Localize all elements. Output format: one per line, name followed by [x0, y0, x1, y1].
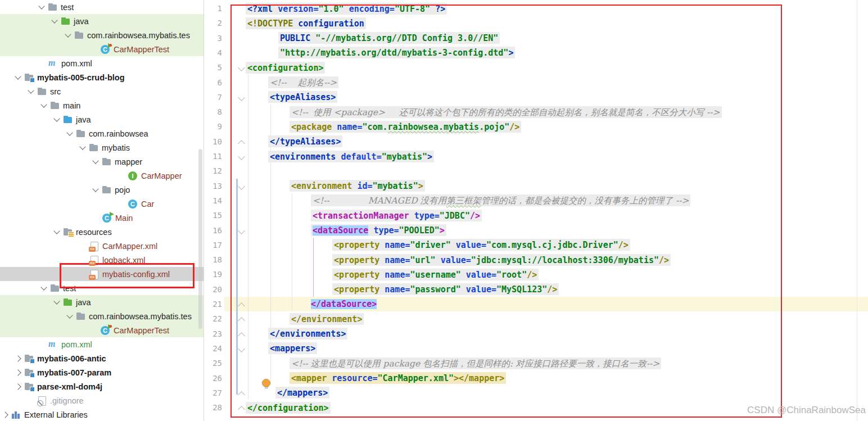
chevron-down-icon[interactable] — [53, 115, 60, 121]
tree-item-carmapper[interactable]: ICarMapper — [0, 169, 204, 183]
chevron-right-icon[interactable] — [15, 355, 21, 361]
tree-item-carmappertest[interactable]: CCarMapperTest — [0, 323, 204, 337]
fold-end-icon[interactable] — [238, 406, 245, 413]
code-line-10[interactable]: 10</typeAliases> — [204, 134, 868, 149]
chevron-down-icon[interactable] — [28, 87, 34, 93]
tree-scrollbar-thumb[interactable] — [198, 149, 202, 329]
chevron-down-icon[interactable] — [66, 129, 73, 135]
tree-item-src[interactable]: src — [0, 84, 204, 98]
code-line-6[interactable]: 6<!-- 起别名--> — [204, 75, 868, 90]
code-line-17[interactable]: 17<property name="driver" value="com.mys… — [204, 238, 868, 252]
code-line-3[interactable]: 3PUBLIC "-//mybatis.org//DTD Config 3.0/… — [204, 31, 868, 46]
tree-item-mapper[interactable]: mapper — [0, 155, 204, 169]
tree-item-com-rainbowsea-mybatis-tes[interactable]: com.rainbowsea.mybatis.tes — [0, 309, 204, 323]
line-number: 23 — [205, 327, 222, 341]
tree-item-mybatis-007-param[interactable]: mybatis-007-param — [0, 365, 204, 379]
code-line-27[interactable]: 27</mappers> — [204, 386, 868, 400]
tree-item-label: logback.xml — [102, 256, 146, 265]
code-line-1[interactable]: 1<?xml version="1.0" encoding="UTF-8" ?> — [204, 1, 868, 16]
code-line-23[interactable]: 23</environments> — [204, 327, 868, 341]
code-line-19[interactable]: 19<property name="username" value="root"… — [204, 267, 868, 282]
tree-item-label: mybatis-005-crud-blog — [37, 73, 125, 82]
tree-item-mybatis-006-antic[interactable]: mybatis-006-antic — [0, 351, 204, 365]
tree-item-java[interactable]: java — [0, 14, 204, 28]
tree-item-test[interactable]: test — [0, 0, 204, 14]
code-line-9[interactable]: 9<package name="com.rainbowsea.mybatis.p… — [204, 119, 868, 134]
chevron-down-icon[interactable] — [65, 31, 71, 37]
fold-expanded-icon[interactable] — [238, 153, 245, 160]
code-line-26[interactable]: 26<mapper resource="CarMapper.xml"></map… — [204, 371, 868, 386]
code-line-11[interactable]: 11<environments default="mybatis"> — [204, 149, 868, 164]
tree-item-mybatis-config-xml[interactable]: mybatis-config.xml — [0, 267, 204, 281]
tree-item-test[interactable]: test — [0, 281, 204, 295]
code-line-4[interactable]: 4"http://mybatis.org/dtd/mybatis-3-confi… — [204, 46, 868, 60]
chevron-right-icon[interactable] — [15, 369, 21, 375]
code-line-18[interactable]: 18<property name="url" value="jdbc:mysql… — [204, 252, 868, 267]
code-line-25[interactable]: 25<!-- 这里也是可以使用 package 包名扫描，但是同样的: 对应接口… — [204, 356, 868, 370]
line-number: 5 — [205, 60, 222, 75]
code-line-7[interactable]: 7<typeAliases> — [204, 90, 868, 105]
intention-bulb-icon[interactable] — [262, 379, 270, 387]
fold-end-icon[interactable] — [238, 391, 245, 399]
tree-item-resources[interactable]: resources — [0, 225, 204, 239]
chevron-right-icon[interactable] — [15, 383, 21, 390]
tree-item-label: CarMapperTest — [114, 45, 169, 54]
code-line-24[interactable]: 24<mappers> — [204, 341, 868, 356]
fold-end-icon[interactable] — [238, 317, 245, 324]
tree-item-pojo[interactable]: pojo — [0, 183, 204, 197]
tree-item-com-rainbowsea[interactable]: com.rainbowsea — [0, 126, 204, 141]
tree-item-mybatis-005-crud-blog[interactable]: mybatis-005-crud-blog — [0, 70, 204, 84]
chevron-down-icon[interactable] — [38, 3, 44, 9]
tree-item-java[interactable]: java — [0, 295, 204, 309]
code-line-14[interactable]: 14<!-- MANAGED 没有用第三框架管理的话，都是会被提交的，没有事务上… — [204, 193, 868, 208]
code-line-15[interactable]: 15<transactionManager type="JDBC"/> — [204, 208, 868, 223]
tree-item-main[interactable]: CMain — [0, 211, 204, 225]
fold-expanded-icon[interactable] — [238, 345, 245, 352]
chevron-right-icon[interactable] — [2, 411, 8, 418]
chevron-down-icon[interactable] — [66, 312, 73, 318]
chevron-down-icon[interactable] — [79, 143, 85, 150]
code-line-16[interactable]: 16<dataSource type="POOLED"> — [204, 223, 868, 238]
editor-panel[interactable]: 1<?xml version="1.0" encoding="UTF-8" ?>… — [204, 0, 868, 421]
fold-expanded-icon[interactable] — [238, 94, 245, 101]
fold-end-icon[interactable] — [238, 302, 245, 310]
fold-expanded-icon[interactable] — [238, 64, 245, 71]
tree-item--gitignore[interactable]: .gitignore — [0, 393, 204, 408]
fold-expanded-icon[interactable] — [238, 183, 245, 190]
code-line-20[interactable]: 20<property name="password" value="MySQL… — [204, 282, 868, 297]
folder-module-icon — [24, 382, 34, 391]
fold-expanded-icon[interactable] — [238, 227, 245, 234]
tree-item-carmapper-xml[interactable]: CarMapper.xml — [0, 239, 204, 253]
tree-item-carmappertest[interactable]: CCarMapperTest — [0, 42, 204, 56]
code-line-2[interactable]: 2<!DOCTYPE configuration — [204, 16, 868, 30]
tree-item-com-rainbowsea-mybatis-tes[interactable]: com.rainbowsea.mybatis.tes — [0, 28, 204, 42]
chevron-down-icon[interactable] — [15, 73, 21, 79]
chevron-down-icon[interactable] — [40, 284, 47, 290]
chevron-down-icon[interactable] — [51, 17, 57, 23]
code-line-8[interactable]: 8<!-- 使用 <package> 还可以将这个包下的所有的类的全部自动起别名… — [204, 105, 868, 119]
tree-item-external-libraries[interactable]: External Libraries — [0, 408, 204, 421]
tree-item-parse-xml-dom4j[interactable]: parse-xml-dom4j — [0, 379, 204, 393]
code-line-13[interactable]: 13<environment id="mybatis"> — [204, 179, 868, 193]
chevron-down-icon[interactable] — [53, 228, 60, 234]
fold-end-icon[interactable] — [238, 332, 245, 339]
tree-item-label: src — [50, 87, 61, 96]
fold-end-icon[interactable] — [238, 140, 245, 147]
tree-item-car[interactable]: CCar — [0, 197, 204, 211]
code-line-21[interactable]: 21</dataSource> — [204, 297, 868, 311]
tree-item-pom-xml[interactable]: mpom.xml — [0, 56, 204, 70]
maven-icon: m — [48, 59, 58, 68]
code-line-22[interactable]: 22</environment> — [204, 311, 868, 326]
tree-item-label: CarMapper — [141, 171, 182, 180]
chevron-down-icon[interactable] — [40, 101, 47, 107]
chevron-down-icon[interactable] — [53, 298, 60, 304]
tree-item-java[interactable]: java — [0, 112, 204, 126]
tree-item-mybatis[interactable]: mybatis — [0, 141, 204, 155]
tree-item-pom-xml[interactable]: mpom.xml — [0, 337, 204, 351]
tree-item-logback-xml[interactable]: logback.xml — [0, 253, 204, 267]
chevron-down-icon[interactable] — [92, 157, 98, 164]
code-line-5[interactable]: 5<configuration> — [204, 60, 868, 75]
chevron-down-icon[interactable] — [92, 185, 98, 192]
code-line-12[interactable]: 12 — [204, 164, 868, 178]
tree-item-main[interactable]: main — [0, 98, 204, 112]
